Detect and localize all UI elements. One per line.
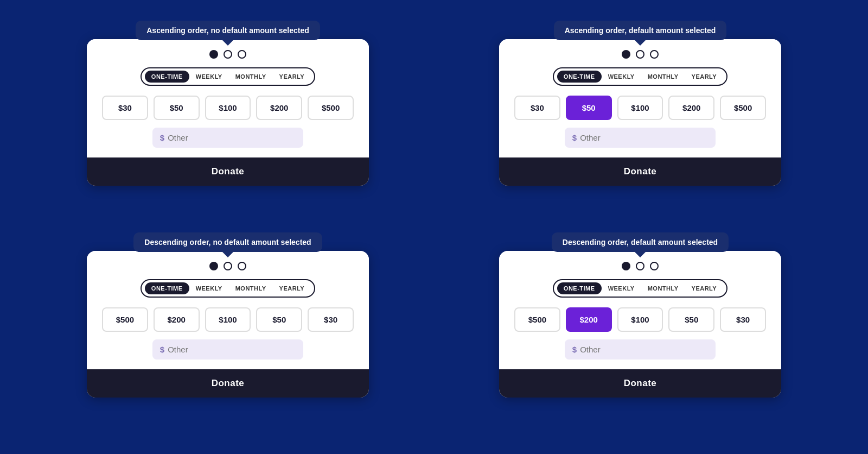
- tooltip-label-top-left: Ascending order, no default amount selec…: [136, 21, 320, 40]
- dots-row: [102, 262, 354, 270]
- widget-section-bottom-right: Descending order, default amount selecte…: [439, 232, 841, 433]
- amount-btn-30[interactable]: $30: [514, 96, 560, 120]
- other-row: $: [102, 128, 354, 148]
- dollar-sign: $: [572, 133, 577, 142]
- card-body: ONE-TIMEWEEKLYMONTHLYYEARLY$500$200$100$…: [87, 251, 369, 369]
- freq-btn-yearly[interactable]: YEARLY: [273, 71, 311, 83]
- amount-btn-200[interactable]: $200: [256, 96, 302, 120]
- amount-btn-100[interactable]: $100: [617, 96, 663, 120]
- amount-btn-200[interactable]: $200: [668, 96, 714, 120]
- dot-2: [650, 50, 659, 59]
- card-footer: Donate: [87, 369, 369, 398]
- dot-2: [650, 262, 659, 270]
- amount-btn-100[interactable]: $100: [205, 96, 251, 120]
- dot-2: [238, 262, 246, 270]
- other-row: $: [514, 128, 766, 148]
- dollar-sign: $: [160, 133, 164, 142]
- other-amount-input[interactable]: [168, 345, 296, 354]
- freq-btn-one-time[interactable]: ONE-TIME: [145, 282, 189, 294]
- widget-card-top-right: ONE-TIMEWEEKLYMONTHLYYEARLY$30$50$100$20…: [499, 39, 781, 186]
- freq-btn-weekly[interactable]: WEEKLY: [189, 282, 229, 294]
- dots-row: [102, 50, 354, 59]
- card-body: ONE-TIMEWEEKLYMONTHLYYEARLY$500$200$100$…: [499, 251, 781, 369]
- frequency-bar: ONE-TIMEWEEKLYMONTHLYYEARLY: [553, 279, 727, 298]
- dot-2: [238, 50, 246, 59]
- freq-btn-yearly[interactable]: YEARLY: [685, 71, 724, 83]
- amount-btn-50[interactable]: $50: [566, 96, 612, 120]
- amount-btn-500[interactable]: $500: [720, 96, 766, 120]
- widget-section-bottom-left: Descending order, no default amount sele…: [27, 232, 429, 433]
- amount-btn-50[interactable]: $50: [256, 307, 302, 332]
- freq-btn-yearly[interactable]: YEARLY: [273, 282, 311, 294]
- frequency-bar: ONE-TIMEWEEKLYMONTHLYYEARLY: [141, 279, 315, 298]
- other-amount-input[interactable]: [580, 133, 708, 142]
- freq-btn-monthly[interactable]: MONTHLY: [229, 282, 273, 294]
- widget-card-top-left: ONE-TIMEWEEKLYMONTHLYYEARLY$30$50$100$20…: [87, 39, 369, 186]
- donate-button[interactable]: Donate: [508, 378, 773, 389]
- amount-btn-500[interactable]: $500: [102, 307, 148, 332]
- widget-card-bottom-right: ONE-TIMEWEEKLYMONTHLYYEARLY$500$200$100$…: [499, 251, 781, 398]
- amount-btn-30[interactable]: $30: [308, 307, 354, 332]
- donate-button[interactable]: Donate: [95, 378, 360, 389]
- freq-btn-yearly[interactable]: YEARLY: [685, 282, 724, 294]
- freq-btn-weekly[interactable]: WEEKLY: [602, 282, 641, 294]
- dot-0: [622, 50, 630, 59]
- card-body: ONE-TIMEWEEKLYMONTHLYYEARLY$30$50$100$20…: [499, 39, 781, 157]
- amount-btn-30[interactable]: $30: [720, 307, 766, 332]
- freq-btn-monthly[interactable]: MONTHLY: [229, 71, 273, 83]
- freq-btn-one-time[interactable]: ONE-TIME: [145, 71, 189, 83]
- card-footer: Donate: [499, 369, 781, 398]
- dot-0: [622, 262, 630, 270]
- other-amount-input[interactable]: [580, 345, 708, 354]
- freq-btn-weekly[interactable]: WEEKLY: [189, 71, 229, 83]
- donate-button[interactable]: Donate: [508, 166, 773, 177]
- other-input-wrap: $: [152, 339, 303, 360]
- amount-btn-500[interactable]: $500: [308, 96, 354, 120]
- freq-btn-one-time[interactable]: ONE-TIME: [557, 71, 602, 83]
- dot-1: [636, 262, 644, 270]
- widget-section-top-right: Ascending order, default amount selected…: [439, 21, 841, 222]
- amounts-row: $30$50$100$200$500: [102, 96, 354, 120]
- dollar-sign: $: [160, 345, 164, 354]
- frequency-bar: ONE-TIMEWEEKLYMONTHLYYEARLY: [553, 67, 727, 86]
- other-amount-input[interactable]: [168, 133, 296, 142]
- other-row: $: [514, 339, 766, 360]
- other-input-wrap: $: [565, 128, 716, 148]
- amount-btn-200[interactable]: $200: [154, 307, 200, 332]
- card-footer: Donate: [499, 157, 781, 186]
- frequency-bar: ONE-TIMEWEEKLYMONTHLYYEARLY: [141, 67, 315, 86]
- freq-btn-monthly[interactable]: MONTHLY: [641, 71, 685, 83]
- amount-btn-50[interactable]: $50: [154, 96, 200, 120]
- amounts-row: $500$200$100$50$30: [102, 307, 354, 332]
- freq-btn-monthly[interactable]: MONTHLY: [641, 282, 685, 294]
- amount-btn-30[interactable]: $30: [102, 96, 148, 120]
- tooltip-label-top-right: Ascending order, default amount selected: [554, 21, 727, 40]
- dot-1: [224, 50, 232, 59]
- amount-btn-500[interactable]: $500: [514, 307, 560, 332]
- other-input-wrap: $: [152, 128, 303, 148]
- dot-1: [224, 262, 232, 270]
- amount-btn-50[interactable]: $50: [668, 307, 714, 332]
- amounts-row: $500$200$100$50$30: [514, 307, 766, 332]
- freq-btn-one-time[interactable]: ONE-TIME: [557, 282, 602, 294]
- other-row: $: [102, 339, 354, 360]
- donate-button[interactable]: Donate: [95, 166, 360, 177]
- amount-btn-200[interactable]: $200: [566, 307, 612, 332]
- card-body: ONE-TIMEWEEKLYMONTHLYYEARLY$30$50$100$20…: [87, 39, 369, 157]
- other-input-wrap: $: [565, 339, 716, 360]
- widget-card-bottom-left: ONE-TIMEWEEKLYMONTHLYYEARLY$500$200$100$…: [87, 251, 369, 398]
- widget-section-top-left: Ascending order, no default amount selec…: [27, 21, 429, 222]
- dot-0: [209, 50, 218, 59]
- amounts-row: $30$50$100$200$500: [514, 96, 766, 120]
- dollar-sign: $: [572, 345, 577, 354]
- amount-btn-100[interactable]: $100: [617, 307, 663, 332]
- dots-row: [514, 50, 766, 59]
- card-footer: Donate: [87, 157, 369, 186]
- amount-btn-100[interactable]: $100: [205, 307, 251, 332]
- tooltip-label-bottom-right: Descending order, default amount selecte…: [552, 232, 729, 252]
- dot-0: [209, 262, 218, 270]
- dot-1: [636, 50, 644, 59]
- tooltip-label-bottom-left: Descending order, no default amount sele…: [133, 232, 322, 252]
- page-container: Ascending order, no default amount selec…: [16, 10, 852, 444]
- freq-btn-weekly[interactable]: WEEKLY: [602, 71, 641, 83]
